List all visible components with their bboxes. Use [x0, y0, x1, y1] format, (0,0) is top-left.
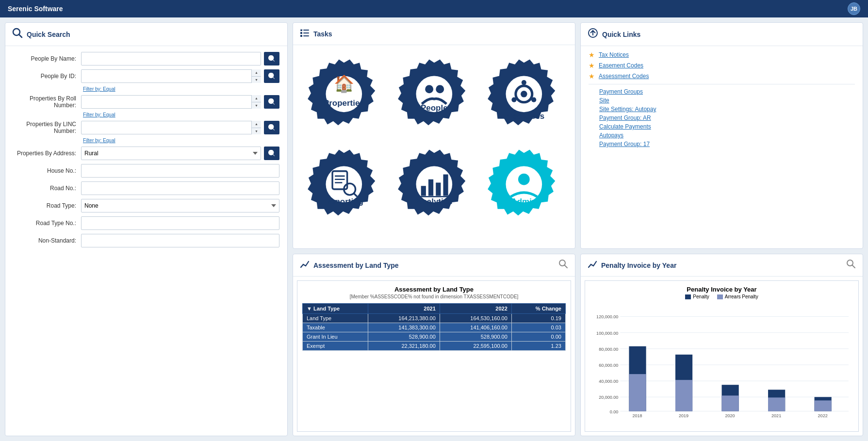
people-by-id-up[interactable]: ▲: [252, 69, 261, 77]
prop-roll-search-button[interactable]: [264, 95, 279, 109]
assessment-codes-link[interactable]: Assessment Codes: [599, 73, 649, 80]
prop-linc-filter[interactable]: Filter by: Equal: [83, 138, 115, 143]
star-icon-1: ★: [589, 51, 595, 59]
easement-codes-link[interactable]: Easement Codes: [599, 62, 643, 69]
svg-text:40,000.00: 40,000.00: [599, 379, 618, 384]
svg-point-20: [512, 98, 517, 102]
tasks-grid: 🏠 Properties People: [293, 45, 575, 233]
cell-land-grant: Grant In Lieu: [303, 332, 368, 342]
assessment-panel: Assessment by Land Type Assessment by La…: [293, 254, 575, 436]
penalty-inner-title: Penalty Invoice by Year: [687, 286, 756, 293]
svg-rect-7: [303, 35, 309, 36]
cell-pct-taxable: 0.03: [511, 323, 565, 332]
site-link[interactable]: Site: [589, 97, 855, 104]
tax-notices-link[interactable]: Tax Notices: [599, 51, 629, 58]
svg-rect-33: [436, 182, 441, 196]
calculate-payments-link[interactable]: Calculate Payments: [589, 123, 855, 130]
table-row-total: Land Type 164,213,380.00 164,530,160.00 …: [303, 314, 566, 323]
road-no-input[interactable]: [81, 181, 279, 195]
prop-linc-search-button[interactable]: [264, 121, 279, 134]
people-by-id-row: People By ID: ▲ ▼: [13, 69, 279, 83]
prop-address-search-button[interactable]: [264, 147, 279, 160]
assessment-chart-left: Assessment by Land Type: [300, 260, 399, 271]
people-by-id-label: People By ID:: [13, 73, 81, 80]
prop-linc-down[interactable]: ▼: [252, 128, 261, 135]
tasks-icon: [300, 28, 310, 40]
svg-text:2019: 2019: [679, 413, 688, 418]
bar-2021-arrears: [768, 397, 785, 411]
svg-text:Properties: Properties: [324, 98, 364, 108]
svg-text:60,000.00: 60,000.00: [599, 363, 618, 368]
people-by-id-search-button[interactable]: [264, 69, 279, 83]
non-standard-input[interactable]: [81, 234, 279, 247]
svg-text:Reporting: Reporting: [325, 196, 363, 206]
road-type-select[interactable]: None Avenue Street Drive Road: [81, 199, 279, 212]
people-by-name-row: People By Name:: [13, 52, 279, 65]
prop-address-select[interactable]: Rural Urban: [81, 147, 261, 160]
payment-group-ar-link[interactable]: Payment Group: AR: [589, 114, 855, 121]
user-avatar[interactable]: JB: [848, 2, 860, 15]
svg-text:2022: 2022: [818, 413, 828, 418]
cell-2022-taxable: 141,406,160.00: [440, 323, 511, 332]
svg-rect-5: [303, 33, 309, 33]
road-type-no-input[interactable]: [81, 216, 279, 230]
people-by-id-filter[interactable]: Filter by: Equal: [83, 86, 115, 92]
cell-pct-grant: 0.00: [511, 332, 565, 342]
cell-2021-grant: 528,900.00: [368, 332, 440, 342]
non-standard-label: Non-Standard:: [13, 237, 81, 244]
task-properties[interactable]: 🏠 Properties: [303, 53, 385, 135]
table-row-taxable: Taxable 141,383,300.00 141,406,160.00 0.…: [303, 323, 566, 332]
people-by-name-search-button[interactable]: [264, 52, 279, 65]
star-icon-3: ★: [589, 72, 595, 80]
prop-roll-filter[interactable]: Filter by: Equal: [83, 112, 115, 117]
main-container: Quick Search People By Name: People By I…: [0, 17, 868, 441]
task-analytics[interactable]: Analytics: [393, 143, 475, 226]
prop-roll-down[interactable]: ▼: [252, 102, 261, 109]
bar-2019-arrears: [675, 380, 692, 411]
starred-link-easement-codes: ★ Easement Codes: [589, 62, 855, 69]
prop-roll-up[interactable]: ▲: [252, 95, 261, 102]
prop-linc-input[interactable]: [81, 121, 261, 134]
task-admin[interactable]: Admin: [483, 143, 565, 226]
svg-rect-4: [300, 32, 302, 34]
svg-text:100,000.00: 100,000.00: [596, 331, 618, 336]
task-people[interactable]: People: [393, 53, 475, 135]
task-processes[interactable]: Processes: [483, 53, 565, 135]
svg-text:0.00: 0.00: [610, 409, 619, 414]
prop-address-label: Properties By Address:: [13, 150, 81, 157]
assessment-chart-search-icon[interactable]: [558, 259, 568, 271]
prop-roll-label: Properties By RollNumber:: [13, 95, 81, 109]
penalty-chart-search-icon[interactable]: [846, 259, 856, 271]
road-type-label: Road Type:: [13, 202, 81, 209]
penalty-chart-inner: Penalty Invoice by Year Penalty Arrears …: [585, 280, 859, 432]
bar-2018-arrears: [629, 374, 646, 411]
assessment-chart-inner: Assessment by Land Type [Member %ASSESSC…: [297, 280, 571, 432]
svg-rect-31: [421, 186, 426, 196]
assessment-chart-icon: [300, 260, 310, 271]
autopays-link[interactable]: Autopays: [589, 132, 855, 139]
task-reporting[interactable]: Reporting: [303, 143, 385, 226]
assessment-chart-header: Assessment by Land Type: [293, 254, 575, 277]
quick-search-body: People By Name: People By ID: ▲ ▼: [5, 46, 287, 257]
road-type-row: Road Type: None Avenue Street Drive Road: [13, 199, 279, 212]
people-by-name-label: People By Name:: [13, 55, 81, 62]
house-no-label: House No.:: [13, 167, 81, 174]
site-settings-autopay-link[interactable]: Site Settings: Autopay: [589, 106, 855, 113]
penalty-chart-icon: [588, 260, 597, 271]
house-no-input[interactable]: [81, 164, 279, 178]
prop-roll-input[interactable]: [81, 95, 261, 109]
svg-rect-6: [300, 35, 302, 37]
people-by-name-input[interactable]: [81, 52, 261, 65]
assessment-inner-title: Assessment by Land Type: [394, 286, 474, 293]
penalty-panel: Penalty Invoice by Year Penalty Invoice …: [580, 254, 863, 436]
prop-linc-up[interactable]: ▲: [252, 121, 261, 128]
payment-group-17-link[interactable]: Payment Group: 17: [589, 141, 855, 147]
payment-groups-link[interactable]: Payment Groups: [589, 88, 855, 95]
legend-penalty-label: Penalty: [693, 294, 709, 299]
tasks-panel: Tasks 🏠 Properties: [293, 22, 575, 249]
search-icon: [12, 28, 23, 41]
people-by-id-input[interactable]: [81, 69, 261, 83]
people-by-id-down[interactable]: ▼: [252, 77, 261, 83]
assessment-table: ▼ Land Type 2021 2022 % Change Land Type…: [302, 303, 566, 351]
star-icon-2: ★: [589, 62, 595, 69]
